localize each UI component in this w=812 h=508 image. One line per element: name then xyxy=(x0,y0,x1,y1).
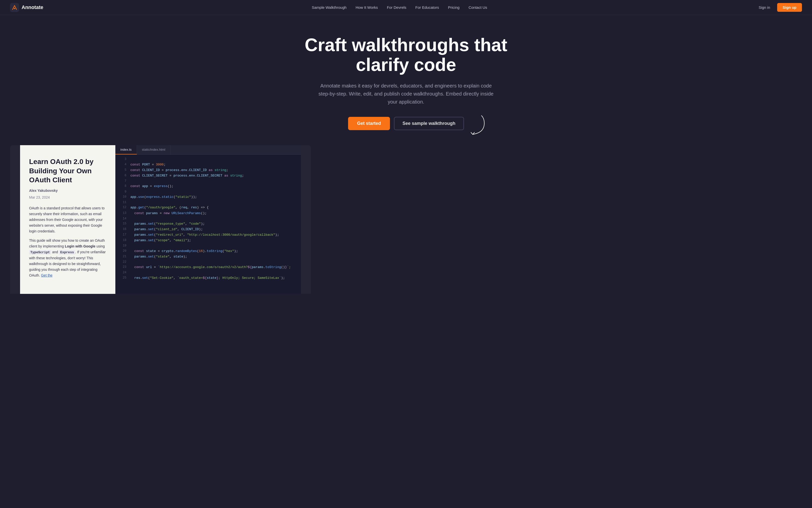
demo-left-panel: Learn OAuth 2.0 by Building Your Own OAu… xyxy=(20,145,115,294)
code-line: 8const app = express(); xyxy=(115,183,301,189)
demo-code-express: Express xyxy=(59,250,75,254)
code-line: 20 const state = crypto.randomBytes(16).… xyxy=(115,249,301,254)
navbar: Annotate Sample Walkthrough How It Works… xyxy=(0,0,812,15)
demo-get-the-link[interactable]: Get the xyxy=(41,273,52,277)
demo-date: Mar 23, 2024 xyxy=(29,195,106,200)
nav-for-educators[interactable]: For Educators xyxy=(415,5,439,9)
hero-section: Craft walkthroughs that clarify code Ann… xyxy=(0,15,812,135)
code-line: 5const CLIENT_ID = process.env.CLIENT_ID… xyxy=(115,168,301,173)
demo-title: Learn OAuth 2.0 by Building Your Own OAu… xyxy=(29,157,106,184)
see-sample-button[interactable]: See sample walkthrough xyxy=(394,117,464,130)
demo-code-typescript: TypeScript xyxy=(29,250,51,254)
nav-contact-us[interactable]: Contact Us xyxy=(468,5,487,9)
code-line: 23 const url = `https://accounts.google.… xyxy=(115,264,301,270)
nav-pricing[interactable]: Pricing xyxy=(448,5,460,9)
logo-icon xyxy=(10,3,19,12)
brand-name: Annotate xyxy=(22,4,43,10)
get-started-button[interactable]: Get started xyxy=(348,117,390,130)
code-line: 11 xyxy=(115,200,301,205)
tab-index-ts[interactable]: index.ts xyxy=(115,145,137,155)
code-line: 9 xyxy=(115,189,301,194)
nav-actions: Sign in Sign up xyxy=(756,3,802,12)
demo-login-google: Login with Google xyxy=(65,244,95,248)
sign-up-button[interactable]: Sign up xyxy=(777,3,802,12)
code-line: 6const CLIENT_SECRET = process.env.CLIEN… xyxy=(115,173,301,178)
nav-links: Sample Walkthrough How It Works For Devr… xyxy=(312,5,487,9)
hero-buttons: Get started See sample walkthrough xyxy=(348,117,464,130)
code-line: 12app.get("/oauth/google", (req, res) =>… xyxy=(115,205,301,210)
demo-author: Alex Yakubovsky xyxy=(29,188,106,194)
brand-logo[interactable]: Annotate xyxy=(10,3,43,12)
code-line: 15 params.set("response_type", "code"); xyxy=(115,221,301,227)
code-line: 17 params.set("redirect_uri", "http://lo… xyxy=(115,232,301,238)
nav-sample-walkthrough[interactable]: Sample Walkthrough xyxy=(312,5,347,9)
code-tabs: index.ts static/index.html xyxy=(115,145,301,155)
code-line: 10app.use(express.static("static")); xyxy=(115,194,301,200)
code-line: 24 xyxy=(115,270,301,275)
svg-point-1 xyxy=(14,8,15,9)
nav-for-devrels[interactable]: For Devrels xyxy=(387,5,407,9)
code-line: 7 xyxy=(115,178,301,183)
code-line: 21 params.set("state", state); xyxy=(115,254,301,259)
code-line: 19 xyxy=(115,243,301,248)
arrow-decoration-icon xyxy=(466,114,486,137)
code-line: 22 xyxy=(115,259,301,264)
code-body: 3 4const PORT = 3000; 5const CLIENT_ID =… xyxy=(115,155,301,283)
hero-subtitle: Annotate makes it easy for devrels, educ… xyxy=(316,82,496,106)
code-line: 16 params.set("client_id", CLIENT_ID); xyxy=(115,227,301,232)
code-line: 14 xyxy=(115,216,301,221)
code-line: 13 const params = new URLSearchParams(); xyxy=(115,211,301,216)
code-line: 4const PORT = 3000; xyxy=(115,162,301,168)
demo-para2: This guide will show you how to create a… xyxy=(29,238,106,278)
code-line: 18 params.set("scope", "email"); xyxy=(115,238,301,243)
demo-section: Learn OAuth 2.0 by Building Your Own OAu… xyxy=(10,145,311,294)
demo-code-panel: index.ts static/index.html 3 4const PORT… xyxy=(115,145,301,294)
tab-static-index-html[interactable]: static/index.html xyxy=(137,145,171,155)
nav-how-it-works[interactable]: How It Works xyxy=(355,5,378,9)
code-line: 25 res.set("Set-Cookie", `oauth_state=${… xyxy=(115,275,301,281)
sign-in-button[interactable]: Sign in xyxy=(756,3,773,11)
svg-rect-0 xyxy=(10,3,19,12)
demo-para1: OAuth is a standard protocol that allows… xyxy=(29,205,106,234)
hero-title: Craft walkthroughs that clarify code xyxy=(293,35,519,75)
code-line: 3 xyxy=(115,157,301,162)
